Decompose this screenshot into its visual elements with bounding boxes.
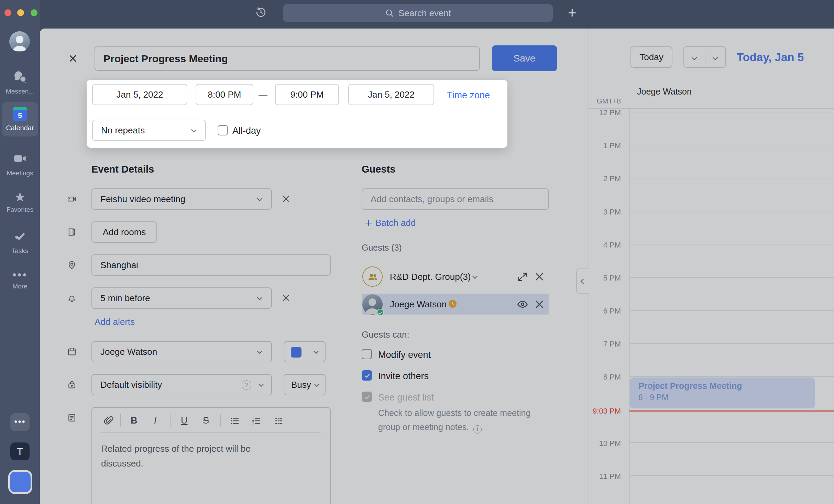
remove-guest-icon[interactable] — [534, 298, 545, 310]
event-title-input[interactable]: Project Progress Meeting — [95, 46, 480, 71]
guest-person-name[interactable]: Joege Watson — [390, 299, 447, 310]
day-column-divider — [629, 108, 630, 504]
busy-status-value: Busy — [284, 380, 311, 390]
sidebar-item-messenger[interactable]: Messen... — [0, 69, 40, 95]
hour-gridline — [629, 112, 834, 112]
workspace-more-button[interactable]: ••• — [10, 413, 30, 431]
sidebar-item-favorites[interactable]: ★ Favorites — [0, 190, 40, 213]
start-time-input[interactable]: 8:00 PM — [196, 84, 253, 105]
check-icon — [0, 230, 40, 245]
busy-status-select[interactable]: Busy — [284, 374, 326, 395]
start-date-input[interactable]: Jan 5, 2022 — [92, 84, 187, 105]
dashed-list-icon[interactable] — [274, 416, 284, 427]
italic-button[interactable]: I — [154, 415, 157, 426]
pending-clock-badge-icon — [449, 300, 457, 308]
sidebar-item-calendar[interactable]: 5 Calendar — [2, 102, 38, 136]
window-minimize-traffic-light[interactable] — [17, 9, 24, 16]
prev-day-icon[interactable] — [692, 55, 697, 61]
numbered-list-icon[interactable] — [251, 416, 262, 427]
timezone-link[interactable]: Time zone — [447, 90, 490, 101]
view-guest-eye-icon[interactable] — [517, 298, 528, 310]
calendar-owner-select[interactable]: Joege Watson — [91, 341, 272, 362]
event-color-select[interactable] — [284, 341, 326, 362]
bold-button[interactable]: B — [131, 415, 138, 426]
new-tab-plus-icon[interactable]: + — [568, 5, 577, 21]
add-guests-placeholder: Add contacts, groups or emails — [362, 194, 493, 205]
location-input[interactable]: Shanghai — [91, 254, 331, 276]
window-zoom-traffic-light[interactable] — [31, 9, 37, 16]
alert-value: 5 min before — [92, 293, 150, 304]
remove-alert-icon[interactable] — [281, 293, 292, 303]
sidebar-item-more[interactable]: ••• More — [0, 269, 40, 290]
modify-event-label[interactable]: Modify event — [378, 350, 431, 360]
hour-gridline — [629, 277, 834, 278]
video-meeting-select[interactable]: Feishu video meeting — [91, 188, 272, 210]
end-time-value: 9:00 PM — [290, 89, 324, 100]
remove-group-icon[interactable] — [534, 271, 545, 283]
attach-paperclip-icon[interactable] — [103, 415, 114, 427]
visibility-select[interactable]: Default visibility ? — [91, 374, 272, 395]
collapse-panel-handle[interactable] — [576, 269, 589, 294]
batch-add-label: Batch add — [375, 218, 416, 228]
video-meeting-value: Feishu video meeting — [92, 194, 185, 205]
end-time-input[interactable]: 9:00 PM — [275, 84, 339, 105]
search-icon — [385, 8, 394, 18]
add-rooms-button[interactable]: Add rooms — [91, 221, 157, 243]
add-alerts-link[interactable]: Add alerts — [95, 317, 135, 327]
see-guest-list-checkbox[interactable] — [362, 392, 372, 402]
user-avatar[interactable] — [9, 31, 30, 52]
workspace-active-button[interactable] — [8, 470, 32, 494]
hour-label: 10 PM — [589, 439, 621, 448]
today-label: Today — [639, 52, 663, 63]
chevron-down-icon — [191, 127, 197, 133]
underline-button[interactable]: U — [181, 415, 188, 426]
all-day-label[interactable]: All-day — [232, 125, 261, 136]
see-guest-list-label[interactable]: See guest list — [378, 392, 434, 403]
next-day-icon[interactable] — [713, 55, 718, 61]
strikethrough-button[interactable]: S — [203, 415, 209, 426]
alert-select[interactable]: 5 min before — [91, 287, 272, 309]
color-swatch — [291, 347, 301, 358]
calendar-event-title: Project Progress Meeting — [638, 381, 815, 391]
bullet-list-icon[interactable] — [230, 416, 240, 427]
info-icon[interactable]: i — [473, 425, 482, 434]
invite-others-label[interactable]: Invite others — [378, 371, 429, 382]
note-line-1: Check to allow guests to create meeting — [378, 408, 530, 418]
app-sidebar: Messen... 5 Calendar Meetings ★ Favorite… — [0, 0, 40, 504]
today-button[interactable]: Today — [630, 46, 672, 68]
sidebar-item-label: Favorites — [7, 206, 33, 213]
app-window: Search event + Messen... 5 Calendar — [0, 0, 834, 504]
modify-event-checkbox[interactable] — [362, 349, 372, 359]
chevron-down-icon — [257, 349, 263, 354]
invite-others-checkbox[interactable] — [362, 370, 372, 381]
save-button[interactable]: Save — [492, 45, 557, 71]
window-close-traffic-light[interactable] — [4, 9, 11, 16]
workspace-t-button[interactable]: T — [10, 442, 30, 460]
repeat-select[interactable]: No repeats — [92, 120, 206, 141]
guest-group-name[interactable]: R&D Dept. Group(3) — [390, 272, 471, 282]
batch-add-link[interactable]: Batch add — [364, 218, 416, 228]
sidebar-item-label: Meetings — [7, 169, 33, 177]
sidebar-item-label: More — [12, 283, 27, 290]
notes-text[interactable]: Related progress of the project will be … — [101, 441, 280, 471]
hour-label: 7 PM — [589, 339, 621, 349]
time-range-dash: — — [259, 89, 267, 100]
accepted-badge-icon — [377, 309, 384, 316]
sidebar-item-meetings[interactable]: Meetings — [0, 151, 40, 177]
current-date-heading: Today, Jan 5 — [737, 51, 804, 64]
search-input[interactable]: Search event — [283, 4, 553, 22]
calendar-event-block[interactable]: Project Progress Meeting 8 - 9 PM — [630, 377, 815, 408]
end-date-value: Jan 5, 2022 — [368, 89, 415, 100]
hour-label: 1 PM — [589, 141, 621, 151]
chevron-down-icon — [257, 295, 263, 300]
remove-video-meeting-icon[interactable] — [281, 194, 292, 204]
hour-gridline — [629, 145, 834, 145]
help-question-icon[interactable]: ? — [242, 380, 251, 390]
sidebar-item-tasks[interactable]: Tasks — [0, 230, 40, 255]
history-icon[interactable] — [254, 6, 267, 20]
all-day-checkbox[interactable] — [218, 125, 228, 135]
end-date-input[interactable]: Jan 5, 2022 — [348, 84, 434, 105]
expand-group-icon[interactable] — [517, 271, 528, 283]
close-editor-icon[interactable] — [68, 53, 78, 65]
add-guests-input[interactable]: Add contacts, groups or emails — [362, 188, 549, 210]
